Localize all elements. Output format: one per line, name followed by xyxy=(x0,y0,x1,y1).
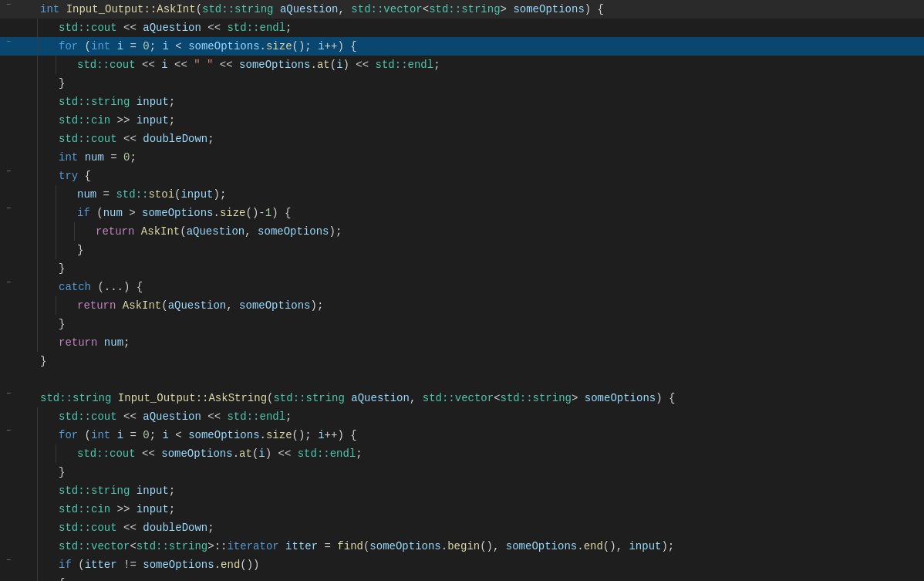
indent-guide xyxy=(56,296,74,315)
token-plain: ); xyxy=(311,299,324,312)
indent-guides xyxy=(37,93,56,111)
token-plain: < xyxy=(423,3,429,15)
indent-guides xyxy=(37,130,56,148)
token-method: end xyxy=(584,540,603,552)
token-plain: = xyxy=(123,40,143,52)
indent-guides xyxy=(37,259,56,278)
code-text: return AskInt(aQuestion, someOptions); xyxy=(93,222,924,241)
token-var: someOptions xyxy=(143,559,214,571)
token-var: itter xyxy=(285,540,318,552)
indent-guide xyxy=(74,222,93,241)
indent-guide xyxy=(37,259,56,278)
token-param: someOptions xyxy=(513,3,584,15)
code-line: } xyxy=(0,463,924,481)
fold-icon[interactable]: − xyxy=(3,204,14,214)
token-var: num xyxy=(85,151,104,164)
code-line: num = std::stoi(input); xyxy=(0,185,924,204)
indent-guides xyxy=(37,185,74,204)
token-plain xyxy=(59,3,66,15)
fold-icon[interactable]: − xyxy=(3,278,14,289)
code-text: num = std::stoi(input); xyxy=(74,185,924,204)
indent-guides xyxy=(37,241,74,259)
code-line: std::cout << doubleDown; xyxy=(0,130,924,148)
indent-guides xyxy=(37,278,56,296)
indent-guide xyxy=(37,167,56,185)
code-line: { xyxy=(0,574,924,581)
token-plain: ( xyxy=(90,207,103,219)
token-method: size xyxy=(220,207,246,219)
token-plain: ; xyxy=(285,410,292,423)
fold-icon[interactable]: − xyxy=(3,426,14,437)
code-text: for (int i = 0; i < someOptions.size(); … xyxy=(56,426,924,444)
indent-guide xyxy=(37,19,56,37)
indent-guide xyxy=(37,444,56,463)
token-ns: std::vector xyxy=(59,540,130,552)
line-gutter: − xyxy=(0,556,37,566)
token-var: input xyxy=(180,188,213,201)
token-method: at xyxy=(317,59,330,71)
indent-guides xyxy=(37,500,56,519)
indent-guides xyxy=(37,407,56,426)
token-plain: . xyxy=(233,448,239,460)
indent-guide xyxy=(37,315,56,333)
code-line: } xyxy=(0,352,924,370)
code-line: −if (itter != someOptions.end()) xyxy=(0,556,924,574)
indent-guide xyxy=(37,111,56,130)
token-plain: << xyxy=(201,22,228,34)
token-plain: ; xyxy=(169,485,175,497)
token-str: " " xyxy=(194,59,213,71)
token-var: aQuestion xyxy=(143,410,201,423)
token-plain: , xyxy=(339,3,352,15)
indent-guide xyxy=(37,130,56,148)
fold-icon[interactable]: − xyxy=(3,0,14,11)
token-plain: << xyxy=(168,59,194,71)
token-plain: (...) { xyxy=(91,281,143,293)
token-plain: << xyxy=(201,410,228,423)
code-line: std::cin >> input; xyxy=(0,111,924,130)
fold-icon[interactable]: − xyxy=(3,556,14,566)
code-text: } xyxy=(74,241,924,259)
indent-guide xyxy=(37,537,56,556)
token-plain: << xyxy=(117,133,143,145)
token-plain: ; xyxy=(207,133,214,145)
line-gutter: − xyxy=(0,167,37,177)
code-line: −for (int i = 0; i < someOptions.size();… xyxy=(0,426,924,444)
token-var: i xyxy=(161,59,167,71)
code-line: } xyxy=(0,74,924,93)
fold-icon[interactable]: − xyxy=(3,389,14,400)
code-text: return AskInt(aQuestion, someOptions); xyxy=(74,296,924,315)
token-var: i xyxy=(336,59,342,71)
code-text: return num; xyxy=(56,333,924,352)
line-gutter: − xyxy=(0,426,37,437)
token-method: size xyxy=(266,429,292,441)
token-plain: } xyxy=(59,262,65,275)
code-line: std::cout << i << " " << someOptions.at(… xyxy=(0,56,924,74)
indent-guide xyxy=(37,481,56,500)
indent-guides xyxy=(37,519,56,537)
fold-icon[interactable]: − xyxy=(3,167,14,177)
token-plain xyxy=(116,299,122,312)
token-plain: ; xyxy=(207,522,214,534)
indent-guide xyxy=(37,185,56,204)
token-plain: < xyxy=(169,40,188,52)
indent-guide xyxy=(56,56,74,74)
code-text: std::cout << aQuestion << std::endl; xyxy=(56,19,924,37)
code-line: −if (num > someOptions.size()-1) { xyxy=(0,204,924,222)
token-plain: << xyxy=(117,522,143,534)
indent-guides xyxy=(37,556,56,574)
code-text: std::string input; xyxy=(56,93,924,111)
token-var: input xyxy=(137,485,169,497)
token-ns: std::cout xyxy=(59,133,117,145)
fold-icon[interactable]: − xyxy=(3,37,14,48)
token-plain xyxy=(110,429,116,441)
token-plain xyxy=(97,336,103,349)
code-line: −std::string Input_Output::AskString(std… xyxy=(0,389,924,407)
token-plain: ; xyxy=(169,114,175,127)
token-plain: (), xyxy=(480,540,506,552)
indent-guides xyxy=(37,222,93,241)
indent-guides xyxy=(37,315,56,333)
token-plain: = xyxy=(96,188,116,201)
token-var: someOptions xyxy=(506,540,577,552)
token-plain: ); xyxy=(213,188,226,201)
indent-guides xyxy=(37,426,56,444)
